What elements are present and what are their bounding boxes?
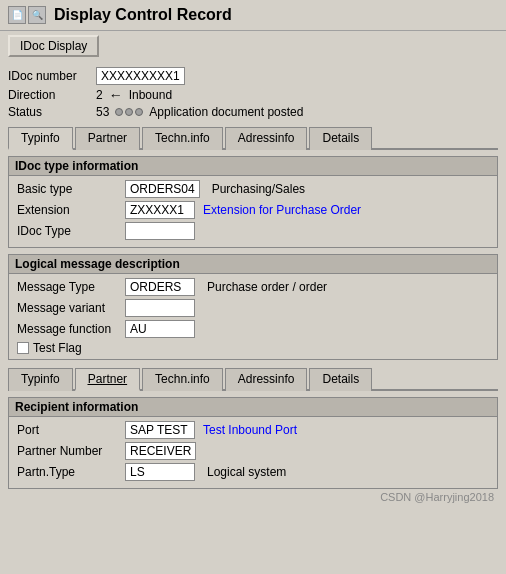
basic-type-label: Basic type bbox=[17, 182, 117, 196]
partn-type-value: LS bbox=[125, 463, 195, 481]
direction-arrow-icon: ← bbox=[109, 87, 123, 103]
idoc-type-value bbox=[125, 222, 195, 240]
message-type-label: Message Type bbox=[17, 280, 117, 294]
logical-message-section-title: Logical message description bbox=[9, 255, 497, 274]
basic-type-description: Purchasing/Sales bbox=[212, 182, 305, 196]
message-function-value: AU bbox=[125, 320, 195, 338]
status-inline: 53 Application document posted bbox=[96, 105, 303, 119]
idoc-type-section-content: Basic type ORDERS04 Purchasing/Sales Ext… bbox=[9, 176, 497, 247]
message-variant-label: Message variant bbox=[17, 301, 117, 315]
tab-details-top[interactable]: Details bbox=[309, 127, 372, 150]
message-function-label: Message function bbox=[17, 322, 117, 336]
basic-type-value: ORDERS04 bbox=[125, 180, 200, 198]
status-circles-icon bbox=[115, 108, 143, 116]
partn-type-label: Partn.Type bbox=[17, 465, 117, 479]
tab-typinfo-bottom[interactable]: Typinfo bbox=[8, 368, 73, 391]
extension-value: ZXXXXX1 bbox=[125, 201, 195, 219]
idoc-display-button[interactable]: IDoc Display bbox=[8, 35, 99, 57]
idoc-type-section: IDoc type information Basic type ORDERS0… bbox=[8, 156, 498, 248]
port-label: Port bbox=[17, 423, 117, 437]
status-row: Status 53 Application document posted bbox=[8, 105, 498, 119]
tab-partner-top[interactable]: Partner bbox=[75, 127, 140, 150]
message-variant-value bbox=[125, 299, 195, 317]
status-text: Application document posted bbox=[149, 105, 303, 119]
direction-label: Direction bbox=[8, 88, 88, 102]
direction-row: Direction 2 ← Inbound bbox=[8, 87, 498, 103]
recipient-section-content: Port SAP TEST Test Inbound Port Partner … bbox=[9, 417, 497, 488]
tab-techn-info-bottom[interactable]: Techn.info bbox=[142, 368, 223, 391]
message-variant-row: Message variant bbox=[17, 299, 489, 317]
idoc-type-label: IDoc Type bbox=[17, 224, 117, 238]
partner-number-row: Partner Number RECEIVER bbox=[17, 442, 489, 460]
main-content: IDoc number XXXXXXXXX1 Direction 2 ← Inb… bbox=[0, 61, 506, 511]
message-type-row: Message Type ORDERS Purchase order / ord… bbox=[17, 278, 489, 296]
extension-label: Extension bbox=[17, 203, 117, 217]
test-flag-checkbox[interactable] bbox=[17, 342, 29, 354]
doc-icon: 📄 bbox=[8, 6, 26, 24]
port-description: Test Inbound Port bbox=[203, 423, 297, 437]
idoc-number-value: XXXXXXXXX1 bbox=[96, 67, 185, 85]
bottom-tab-bar: Typinfo Partner Techn.info Adressinfo De… bbox=[8, 368, 498, 391]
basic-type-row: Basic type ORDERS04 Purchasing/Sales bbox=[17, 180, 489, 198]
tab-adressinfo-bottom[interactable]: Adressinfo bbox=[225, 368, 308, 391]
logical-message-section-content: Message Type ORDERS Purchase order / ord… bbox=[9, 274, 497, 359]
direction-value: 2 bbox=[96, 88, 103, 102]
tab-techn-info-top[interactable]: Techn.info bbox=[142, 127, 223, 150]
test-flag-label: Test Flag bbox=[33, 341, 82, 355]
partn-type-row: Partn.Type LS Logical system bbox=[17, 463, 489, 481]
message-function-row: Message function AU bbox=[17, 320, 489, 338]
title-icons: 📄 🔍 bbox=[8, 6, 46, 24]
recipient-section: Recipient information Port SAP TEST Test… bbox=[8, 397, 498, 489]
direction-inline: 2 ← Inbound bbox=[96, 87, 172, 103]
csdn-footer: CSDN @Harryjing2018 bbox=[8, 489, 498, 505]
recipient-section-title: Recipient information bbox=[9, 398, 497, 417]
extension-row: Extension ZXXXXX1 Extension for Purchase… bbox=[17, 201, 489, 219]
test-flag-row: Test Flag bbox=[17, 341, 489, 355]
partn-type-description: Logical system bbox=[207, 465, 286, 479]
tab-partner-bottom[interactable]: Partner bbox=[75, 368, 140, 391]
idoc-number-label: IDoc number bbox=[8, 69, 88, 83]
tab-typinfo-top[interactable]: Typinfo bbox=[8, 127, 73, 150]
idoc-type-section-title: IDoc type information bbox=[9, 157, 497, 176]
top-tab-bar: Typinfo Partner Techn.info Adressinfo De… bbox=[8, 127, 498, 150]
message-type-value: ORDERS bbox=[125, 278, 195, 296]
message-type-description: Purchase order / order bbox=[207, 280, 327, 294]
extension-description: Extension for Purchase Order bbox=[203, 203, 361, 217]
tab-details-bottom[interactable]: Details bbox=[309, 368, 372, 391]
logical-message-section: Logical message description Message Type… bbox=[8, 254, 498, 360]
status-label: Status bbox=[8, 105, 88, 119]
title-bar: 📄 🔍 Display Control Record bbox=[0, 0, 506, 31]
port-value: SAP TEST bbox=[125, 421, 195, 439]
page-title: Display Control Record bbox=[54, 6, 232, 24]
tab-adressinfo-top[interactable]: Adressinfo bbox=[225, 127, 308, 150]
search-icon: 🔍 bbox=[28, 6, 46, 24]
status-value: 53 bbox=[96, 105, 109, 119]
toolbar: IDoc Display bbox=[0, 31, 506, 61]
port-row: Port SAP TEST Test Inbound Port bbox=[17, 421, 489, 439]
idoc-number-row: IDoc number XXXXXXXXX1 bbox=[8, 67, 498, 85]
idoc-type-row: IDoc Type bbox=[17, 222, 489, 240]
direction-text: Inbound bbox=[129, 88, 172, 102]
partner-number-value: RECEIVER bbox=[125, 442, 196, 460]
partner-number-label: Partner Number bbox=[17, 444, 117, 458]
